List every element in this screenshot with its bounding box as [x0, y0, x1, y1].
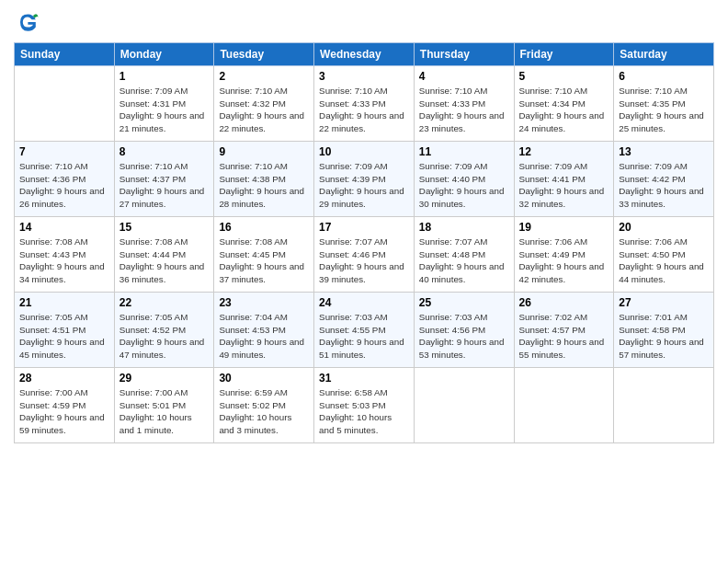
page: SundayMondayTuesdayWednesdayThursdayFrid…: [0, 0, 728, 563]
day-info: Sunrise: 7:08 AMSunset: 4:44 PMDaylight:…: [119, 236, 210, 286]
day-cell: 11Sunrise: 7:09 AMSunset: 4:40 PMDayligh…: [414, 142, 514, 217]
header: [14, 9, 714, 35]
day-info: Sunrise: 7:07 AMSunset: 4:48 PMDaylight:…: [419, 236, 509, 286]
day-number: 14: [19, 221, 109, 234]
day-cell: 18Sunrise: 7:07 AMSunset: 4:48 PMDayligh…: [414, 217, 514, 293]
day-cell: 15Sunrise: 7:08 AMSunset: 4:44 PMDayligh…: [114, 217, 214, 293]
day-info: Sunrise: 7:08 AMSunset: 4:45 PMDaylight:…: [219, 236, 309, 286]
day-cell: 26Sunrise: 7:02 AMSunset: 4:57 PMDayligh…: [514, 293, 614, 368]
day-cell: 6Sunrise: 7:10 AMSunset: 4:35 PMDaylight…: [614, 66, 714, 142]
day-number: 7: [19, 145, 109, 158]
day-info: Sunrise: 7:09 AMSunset: 4:40 PMDaylight:…: [419, 160, 509, 211]
day-cell: 14Sunrise: 7:08 AMSunset: 4:43 PMDayligh…: [15, 217, 115, 293]
day-info: Sunrise: 7:09 AMSunset: 4:42 PMDaylight:…: [619, 160, 709, 211]
week-row-4: 21Sunrise: 7:05 AMSunset: 4:51 PMDayligh…: [15, 293, 714, 368]
col-header-saturday: Saturday: [614, 43, 714, 66]
col-header-monday: Monday: [114, 43, 214, 66]
day-info: Sunrise: 7:02 AMSunset: 4:57 PMDaylight:…: [519, 311, 609, 362]
calendar-table: SundayMondayTuesdayWednesdayThursdayFrid…: [14, 42, 714, 443]
day-cell: 21Sunrise: 7:05 AMSunset: 4:51 PMDayligh…: [15, 293, 115, 368]
day-number: 31: [319, 372, 409, 385]
day-cell: 23Sunrise: 7:04 AMSunset: 4:53 PMDayligh…: [214, 293, 314, 368]
day-cell: 8Sunrise: 7:10 AMSunset: 4:37 PMDaylight…: [114, 142, 214, 217]
day-cell: 7Sunrise: 7:10 AMSunset: 4:36 PMDaylight…: [15, 142, 115, 217]
day-number: 23: [219, 296, 309, 309]
logo: [14, 9, 43, 35]
day-cell: 31Sunrise: 6:58 AMSunset: 5:03 PMDayligh…: [314, 368, 415, 443]
day-cell: [414, 368, 514, 443]
day-number: 4: [419, 70, 509, 83]
day-cell: 12Sunrise: 7:09 AMSunset: 4:41 PMDayligh…: [514, 142, 614, 217]
day-number: 30: [219, 372, 309, 385]
day-cell: 9Sunrise: 7:10 AMSunset: 4:38 PMDaylight…: [214, 142, 314, 217]
col-header-friday: Friday: [514, 43, 614, 66]
day-info: Sunrise: 7:10 AMSunset: 4:38 PMDaylight:…: [219, 160, 309, 211]
day-number: 10: [319, 145, 409, 158]
day-number: 22: [119, 296, 210, 309]
day-info: Sunrise: 7:10 AMSunset: 4:36 PMDaylight:…: [19, 160, 109, 211]
day-cell: 30Sunrise: 6:59 AMSunset: 5:02 PMDayligh…: [214, 368, 314, 443]
day-info: Sunrise: 7:03 AMSunset: 4:56 PMDaylight:…: [419, 311, 509, 362]
logo-icon: [14, 9, 40, 35]
day-info: Sunrise: 7:03 AMSunset: 4:55 PMDaylight:…: [319, 311, 409, 362]
col-header-tuesday: Tuesday: [214, 43, 314, 66]
col-header-sunday: Sunday: [15, 43, 115, 66]
day-number: 24: [319, 296, 409, 309]
day-cell: 29Sunrise: 7:00 AMSunset: 5:01 PMDayligh…: [114, 368, 214, 443]
day-cell: 1Sunrise: 7:09 AMSunset: 4:31 PMDaylight…: [114, 66, 214, 142]
day-cell: 13Sunrise: 7:09 AMSunset: 4:42 PMDayligh…: [614, 142, 714, 217]
day-number: 15: [119, 221, 210, 234]
day-cell: 10Sunrise: 7:09 AMSunset: 4:39 PMDayligh…: [314, 142, 415, 217]
day-info: Sunrise: 7:08 AMSunset: 4:43 PMDaylight:…: [19, 236, 109, 286]
day-info: Sunrise: 7:10 AMSunset: 4:33 PMDaylight:…: [419, 85, 509, 135]
day-info: Sunrise: 7:04 AMSunset: 4:53 PMDaylight:…: [219, 311, 309, 362]
day-info: Sunrise: 7:06 AMSunset: 4:50 PMDaylight:…: [619, 236, 709, 286]
week-row-3: 14Sunrise: 7:08 AMSunset: 4:43 PMDayligh…: [15, 217, 714, 293]
day-number: 27: [619, 296, 709, 309]
day-number: 3: [319, 70, 409, 83]
day-cell: 27Sunrise: 7:01 AMSunset: 4:58 PMDayligh…: [614, 293, 714, 368]
day-cell: [514, 368, 614, 443]
day-number: 18: [419, 221, 509, 234]
day-number: 20: [619, 221, 709, 234]
day-info: Sunrise: 7:10 AMSunset: 4:35 PMDaylight:…: [619, 85, 709, 135]
day-number: 5: [519, 70, 609, 83]
day-info: Sunrise: 7:09 AMSunset: 4:31 PMDaylight:…: [119, 85, 210, 135]
day-cell: 28Sunrise: 7:00 AMSunset: 4:59 PMDayligh…: [15, 368, 115, 443]
day-info: Sunrise: 7:10 AMSunset: 4:34 PMDaylight:…: [519, 85, 609, 135]
week-row-1: 1Sunrise: 7:09 AMSunset: 4:31 PMDaylight…: [15, 66, 714, 142]
day-cell: 3Sunrise: 7:10 AMSunset: 4:33 PMDaylight…: [314, 66, 415, 142]
day-info: Sunrise: 7:05 AMSunset: 4:52 PMDaylight:…: [119, 311, 210, 362]
day-number: 12: [519, 145, 609, 158]
day-info: Sunrise: 7:07 AMSunset: 4:46 PMDaylight:…: [319, 236, 409, 286]
calendar-header-row: SundayMondayTuesdayWednesdayThursdayFrid…: [15, 43, 714, 66]
day-number: 29: [119, 372, 210, 385]
week-row-5: 28Sunrise: 7:00 AMSunset: 4:59 PMDayligh…: [15, 368, 714, 443]
day-number: 11: [419, 145, 509, 158]
day-cell: 2Sunrise: 7:10 AMSunset: 4:32 PMDaylight…: [214, 66, 314, 142]
col-header-wednesday: Wednesday: [314, 43, 415, 66]
day-cell: 4Sunrise: 7:10 AMSunset: 4:33 PMDaylight…: [414, 66, 514, 142]
day-cell: [15, 66, 115, 142]
day-number: 21: [19, 296, 109, 309]
day-info: Sunrise: 7:01 AMSunset: 4:58 PMDaylight:…: [619, 311, 709, 362]
day-number: 28: [19, 372, 109, 385]
day-number: 2: [219, 70, 309, 83]
day-cell: 5Sunrise: 7:10 AMSunset: 4:34 PMDaylight…: [514, 66, 614, 142]
day-info: Sunrise: 7:09 AMSunset: 4:41 PMDaylight:…: [519, 160, 609, 211]
day-info: Sunrise: 7:06 AMSunset: 4:49 PMDaylight:…: [519, 236, 609, 286]
day-cell: [614, 368, 714, 443]
day-number: 8: [119, 145, 210, 158]
day-cell: 20Sunrise: 7:06 AMSunset: 4:50 PMDayligh…: [614, 217, 714, 293]
day-number: 19: [519, 221, 609, 234]
day-info: Sunrise: 7:10 AMSunset: 4:33 PMDaylight:…: [319, 85, 409, 135]
day-info: Sunrise: 6:58 AMSunset: 5:03 PMDaylight:…: [319, 386, 409, 437]
day-cell: 25Sunrise: 7:03 AMSunset: 4:56 PMDayligh…: [414, 293, 514, 368]
day-number: 6: [619, 70, 709, 83]
day-info: Sunrise: 7:09 AMSunset: 4:39 PMDaylight:…: [319, 160, 409, 211]
week-row-2: 7Sunrise: 7:10 AMSunset: 4:36 PMDaylight…: [15, 142, 714, 217]
day-number: 1: [119, 70, 210, 83]
day-cell: 22Sunrise: 7:05 AMSunset: 4:52 PMDayligh…: [114, 293, 214, 368]
day-number: 16: [219, 221, 309, 234]
day-number: 9: [219, 145, 309, 158]
